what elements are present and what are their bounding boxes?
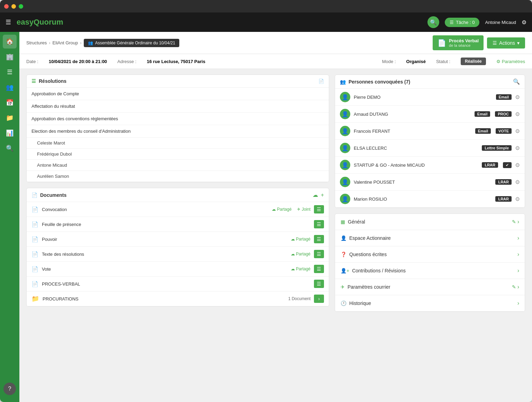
section-contributions-title: 👤+ Contributions / Révisions xyxy=(341,268,406,273)
close-dot[interactable] xyxy=(4,4,9,9)
sidebar-item-building[interactable]: 🏢 xyxy=(3,50,17,64)
doc-menu-button-pv[interactable]: ☰ xyxy=(314,280,324,288)
resolution-sub-3[interactable]: Antone Micaud xyxy=(27,160,329,171)
add-doc-icon[interactable]: + xyxy=(321,192,324,198)
maximize-dot[interactable] xyxy=(19,4,23,9)
doc-shared-vote: ☁ Partagé xyxy=(291,266,310,271)
main-content: Structures › EliAnt Group › 👥 Assemblée … xyxy=(19,32,532,402)
doc-shared-pouvoir: ☁ Partagé xyxy=(291,237,310,242)
person-gear-2[interactable]: ⚙ xyxy=(515,111,520,117)
section-contributions[interactable]: 👤+ Contributions / Révisions › xyxy=(335,263,525,279)
doc-arrow-button-procurations[interactable]: › xyxy=(314,295,324,303)
section-historique[interactable]: 🕐 Historique › xyxy=(335,295,525,312)
resolution-item-2[interactable]: Affectation du résultat xyxy=(27,100,329,113)
person-tag-lrar-7: LRAR xyxy=(495,196,512,202)
person-name-7: Marion ROSILIO xyxy=(354,196,492,202)
sidebar-item-home[interactable]: 🏠 xyxy=(3,35,17,49)
doc-row-pv: 📄 PROCES-VERBAL ☰ xyxy=(27,277,329,291)
sidebar-item-search[interactable]: 🔍 xyxy=(3,141,17,155)
breadcrumb-company[interactable]: EliAnt Group xyxy=(53,40,78,45)
nav-settings-icon[interactable]: ⚙ xyxy=(522,19,526,26)
statut-label: Statut : xyxy=(436,59,450,64)
questions-icon: ❓ xyxy=(341,252,346,257)
resolution-item-3[interactable]: Approbation des conventions réglementées xyxy=(27,113,329,125)
doc-menu-button-vote[interactable]: ☰ xyxy=(314,265,324,273)
sidebar-item-chart[interactable]: 📊 xyxy=(3,126,17,140)
person-gear-5[interactable]: ⚙ xyxy=(515,162,520,168)
doc-menu-button-texte[interactable]: ☰ xyxy=(314,250,324,258)
content-area: ☰ Résolutions 📄 Approbation de Compte Af… xyxy=(19,69,532,402)
person-tag-check-5: ✔ xyxy=(503,162,512,168)
doc-name-pouvoir: Pouvoir xyxy=(42,237,287,242)
section-general-title: ▦ Général xyxy=(341,219,365,225)
meeting-icon: 👥 xyxy=(88,41,93,45)
person-name-6: Valentine POUSSET xyxy=(354,180,492,185)
espace-icon: 👤 xyxy=(341,235,346,241)
doc-file-icon: 📄 xyxy=(31,206,38,213)
minimize-dot[interactable] xyxy=(11,4,16,9)
doc-name-texte: Texte des résolutions xyxy=(42,252,287,257)
doc-row-procurations: 📁 PROCURATIONS 1 Document › xyxy=(27,291,329,306)
breadcrumb-meeting[interactable]: 👥 Assemblée Générale Ordinaire du 10/04/… xyxy=(84,39,179,47)
contributions-label: Contributions / Révisions xyxy=(352,268,406,273)
doc-file-icon-2: 📄 xyxy=(31,221,38,228)
resolution-item-1[interactable]: Approbation de Compte xyxy=(27,88,329,100)
section-parametres-courrier[interactable]: ✈ Paramètres courrier ✎ › xyxy=(335,279,525,295)
layout: 🏠 🏢 ☰ 👥 📅 📁 📊 🔍 ? Structures › EliAnt Gr… xyxy=(0,32,532,402)
resolution-sub-2[interactable]: Frédérique Dubol xyxy=(27,149,329,160)
person-gear-6[interactable]: ⚙ xyxy=(515,179,520,185)
person-gear-3[interactable]: ⚙ xyxy=(515,128,520,134)
section-general[interactable]: ▦ Général ✎ › xyxy=(335,214,525,230)
actions-label: Actions xyxy=(499,40,515,46)
pv-button[interactable]: 📄 Procès Verbal de la séance xyxy=(433,35,484,50)
nav-username: Antoine Micaud xyxy=(485,20,516,25)
general-edit-icon: ✎ xyxy=(512,219,516,225)
sidebar-item-folder[interactable]: 📁 xyxy=(3,111,17,125)
persons-search-icon[interactable]: 🔍 xyxy=(513,78,520,85)
resolutions-action-icon[interactable]: 📄 xyxy=(318,79,324,84)
doc-menu-button-pouvoir[interactable]: ☰ xyxy=(314,235,324,243)
person-name-4: ELSA LECLERC xyxy=(354,146,478,151)
hamburger-icon[interactable]: ☰ xyxy=(6,18,11,26)
logo-suffix: Quorum xyxy=(34,18,63,26)
doc-file-icon-3: 📄 xyxy=(31,236,38,243)
upload-icon[interactable]: ☁ xyxy=(313,192,318,198)
person-tag-vote-3: VOTE xyxy=(496,128,512,134)
date-label: Date : xyxy=(26,59,38,64)
meeting-label: Assemblée Générale Ordinaire du 10/04/21 xyxy=(95,41,175,45)
pv-icon: 📄 xyxy=(438,39,446,47)
person-gear-4[interactable]: ⚙ xyxy=(515,145,520,151)
doc-shared-convocation: ☁ Partagé xyxy=(272,207,291,212)
doc-menu-button-convocation[interactable]: ☰ xyxy=(314,205,324,213)
resolution-sub-1[interactable]: Celeste Marot xyxy=(27,138,329,149)
doc-menu-button-feuille[interactable]: ☰ xyxy=(314,220,324,228)
questions-label: Questions écrites xyxy=(349,252,387,257)
resolutions-card: ☰ Résolutions 📄 Approbation de Compte Af… xyxy=(26,75,329,182)
person-gear-7[interactable]: ⚙ xyxy=(515,196,520,202)
app-logo: easyQuorum xyxy=(17,18,63,27)
sidebar-help-button[interactable]: ? xyxy=(3,383,16,395)
person-name-1: Pierre DEMO xyxy=(354,95,493,100)
sidebar-item-people[interactable]: 👥 xyxy=(3,80,17,94)
resolution-item-4[interactable]: Election des membres du conseil d'Admini… xyxy=(27,125,329,138)
person-tag-email-2: Email xyxy=(475,111,490,117)
nav-task-button[interactable]: ☰ Tâche : 0 xyxy=(445,18,479,27)
section-questions[interactable]: ❓ Questions écrites › xyxy=(335,246,525,263)
person-row-1: 👤 Pierre DEMO Email ⚙ xyxy=(335,89,525,106)
resolution-sub-4[interactable]: Aurélien Samon xyxy=(27,171,329,182)
parametres-link[interactable]: ⚙ Paramètres xyxy=(496,59,525,64)
person-row-5: 👤 STARTUP & GO - Antoine MICAUD LRAR ✔ ⚙ xyxy=(335,157,525,174)
person-tag-email-3: Email xyxy=(475,128,491,134)
sidebar-item-list[interactable]: ☰ xyxy=(3,65,17,79)
documents-card: 📄 Documents ☁ + 📄 Convocation xyxy=(26,188,329,307)
mode-label: Mode : xyxy=(382,59,396,64)
section-espace-actionnaire[interactable]: 👤 Espace Actionnaire › xyxy=(335,230,525,246)
address-value: 16 rue Lecluse, 75017 Paris xyxy=(147,59,205,64)
person-gear-1[interactable]: ⚙ xyxy=(515,94,520,101)
actions-button[interactable]: ☰ Actions ▾ xyxy=(487,37,525,49)
sidebar-item-calendar[interactable]: 📅 xyxy=(3,96,17,110)
contributions-arrow-icon: › xyxy=(517,268,519,274)
breadcrumb-structures[interactable]: Structures xyxy=(26,40,47,45)
nav-search-button[interactable]: 🔍 xyxy=(427,16,439,28)
section-parametres-courrier-title: ✈ Paramètres courrier xyxy=(341,284,390,290)
